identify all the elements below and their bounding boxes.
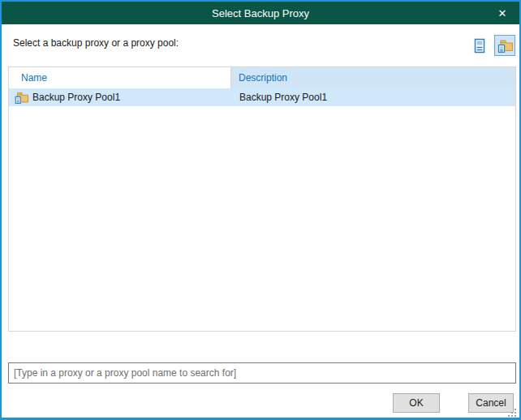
column-header-description[interactable]: Description — [231, 67, 515, 88]
row-description-label: Backup Proxy Pool1 — [239, 92, 327, 103]
proxy-table: Name Description Backup Proxy Pool1 — [8, 66, 516, 332]
close-icon: ✕ — [498, 7, 507, 19]
table-row[interactable]: Backup Proxy Pool1 Backup Proxy Pool1 — [9, 88, 515, 106]
server-icon — [474, 38, 485, 54]
view-toggle-group — [469, 34, 515, 57]
proxy-pools-view-button[interactable] — [494, 35, 515, 56]
proxies-view-button[interactable] — [469, 35, 490, 56]
search-input[interactable] — [8, 362, 516, 384]
row-name-cell: Backup Proxy Pool1 — [9, 88, 232, 106]
title-bar: Select Backup Proxy ✕ — [2, 2, 519, 24]
select-backup-proxy-dialog: Select Backup Proxy ✕ Select a backup pr… — [0, 0, 521, 420]
resize-grip[interactable] — [507, 406, 517, 416]
window-title: Select Backup Proxy — [212, 7, 309, 19]
column-header-name[interactable]: Name — [9, 67, 231, 88]
row-name-label: Backup Proxy Pool1 — [32, 92, 120, 103]
prompt-label: Select a backup proxy or a proxy pool: — [13, 37, 179, 49]
close-button[interactable]: ✕ — [485, 2, 519, 24]
ok-button[interactable]: OK — [393, 393, 440, 413]
table-header: Name Description — [9, 67, 515, 88]
proxy-pool-folder-icon — [15, 91, 28, 104]
row-description-cell: Backup Proxy Pool1 — [232, 88, 515, 106]
proxy-pool-folder-icon — [497, 38, 513, 53]
